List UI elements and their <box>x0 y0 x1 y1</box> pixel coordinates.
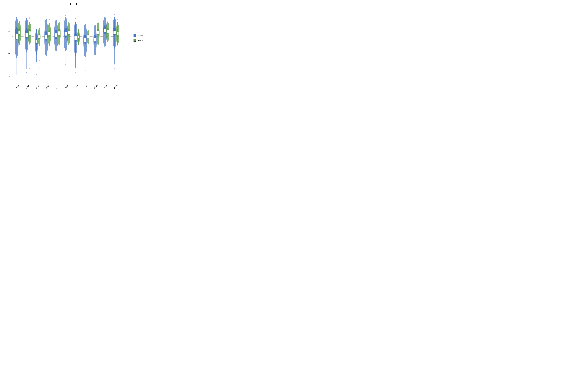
blca-tumor <box>15 15 19 75</box>
svg-point-101 <box>104 10 105 11</box>
violin-chart <box>12 9 120 77</box>
svg-rect-64 <box>64 32 67 36</box>
legend-label-normal: Normal <box>138 39 143 41</box>
legend-box-normal <box>134 39 136 42</box>
svg-rect-68 <box>68 31 70 34</box>
y-tick-10: 10 <box>8 53 10 55</box>
luad-normal <box>77 29 80 45</box>
svg-point-29 <box>36 74 37 75</box>
chart-container: CLU mRNA Expression (RNASeq V2, log2) 20… <box>0 0 147 92</box>
kirc-normal <box>67 22 70 45</box>
svg-point-6 <box>17 16 17 16</box>
svg-rect-11 <box>18 31 20 34</box>
ucec-tumor <box>113 14 116 69</box>
lusc-normal <box>87 30 89 44</box>
svg-point-57 <box>59 19 60 20</box>
blca-normal <box>18 21 21 45</box>
x-label-luad: LUAD <box>74 85 78 89</box>
svg-rect-107 <box>107 30 109 33</box>
kich-tumor <box>54 17 58 67</box>
svg-rect-46 <box>48 32 50 35</box>
svg-point-62 <box>65 69 66 69</box>
coad-normal <box>38 28 40 69</box>
svg-point-72 <box>75 18 76 19</box>
svg-point-111 <box>114 14 115 15</box>
svg-point-37 <box>39 66 39 66</box>
svg-point-16 <box>27 14 27 14</box>
chart-title: CLU <box>0 2 147 6</box>
x-label-kirc: KIRC <box>65 85 69 89</box>
svg-rect-103 <box>104 29 106 33</box>
prad-normal <box>97 19 100 45</box>
svg-point-24 <box>29 18 30 19</box>
svg-point-102 <box>104 12 104 13</box>
svg-point-82 <box>85 70 86 71</box>
svg-rect-92 <box>94 38 96 42</box>
svg-point-118 <box>117 19 118 20</box>
svg-rect-51 <box>55 33 57 37</box>
svg-point-91 <box>95 21 95 22</box>
svg-point-73 <box>75 72 76 73</box>
legend-label-tumor: Tumor <box>138 35 143 37</box>
svg-point-25 <box>29 68 30 69</box>
svg-point-63 <box>65 64 66 65</box>
x-label-hnsc: HNSC <box>45 85 50 89</box>
legend: Tumor Normal <box>134 34 143 42</box>
brca-normal <box>28 17 31 69</box>
svg-rect-30 <box>35 40 37 43</box>
svg-rect-83 <box>84 38 86 42</box>
y-tick-20: 20 <box>8 8 10 10</box>
svg-point-15 <box>26 15 26 16</box>
svg-point-35 <box>39 60 40 61</box>
svg-point-23 <box>29 17 30 17</box>
svg-rect-42 <box>45 35 47 39</box>
brca-tumor <box>25 14 29 73</box>
lusc-tumor <box>83 24 87 71</box>
kich-normal <box>58 19 61 45</box>
thca-normal <box>106 21 109 42</box>
svg-point-97 <box>98 19 98 20</box>
svg-point-52 <box>56 17 56 17</box>
x-label-brca: BRCA <box>25 85 30 89</box>
x-label-coad: COAD <box>35 85 40 89</box>
svg-point-47 <box>49 19 50 20</box>
x-label-kich: KICH <box>55 85 60 89</box>
svg-rect-34 <box>38 35 40 39</box>
x-axis-labels: BLCA BRCA COAD HNSC KICH KIRC LUAD LUSC … <box>12 84 120 88</box>
svg-point-36 <box>39 68 40 69</box>
svg-point-5 <box>16 15 17 15</box>
svg-rect-7 <box>16 34 18 39</box>
coad-tumor <box>35 29 38 75</box>
svg-point-61 <box>65 15 66 16</box>
x-label-lusc: LUSC <box>84 85 88 89</box>
svg-point-17 <box>26 72 27 73</box>
y-tick-15: 15 <box>8 31 10 33</box>
x-label-prad: PRAD <box>94 85 98 89</box>
ucec-normal <box>116 19 119 45</box>
svg-point-41 <box>46 74 47 75</box>
svg-rect-74 <box>75 36 77 40</box>
legend-box-tumor <box>134 34 136 37</box>
svg-rect-96 <box>97 31 99 34</box>
x-label-ucec: UCEC <box>113 85 118 89</box>
plot-area <box>12 8 120 77</box>
x-label-thca: THCA <box>104 85 108 89</box>
y-tick-5: 5 <box>9 75 10 77</box>
hnsc-tumor <box>44 18 48 75</box>
svg-rect-78 <box>78 36 79 39</box>
svg-rect-113 <box>113 31 116 34</box>
svg-rect-18 <box>26 33 28 37</box>
kirc-tumor <box>64 15 68 69</box>
luad-tumor <box>74 18 77 73</box>
x-label-blca: BLCA <box>16 85 20 89</box>
prad-tumor <box>94 21 97 67</box>
svg-rect-87 <box>87 35 89 38</box>
svg-rect-56 <box>58 32 60 35</box>
legend-item-normal: Normal <box>134 39 143 42</box>
svg-rect-22 <box>29 32 31 35</box>
svg-point-112 <box>114 68 115 69</box>
legend-item-tumor: Tumor <box>134 34 143 37</box>
hnsc-normal <box>48 19 51 46</box>
svg-rect-117 <box>117 32 119 35</box>
y-tick-labels: 20 15 10 5 <box>8 8 10 77</box>
